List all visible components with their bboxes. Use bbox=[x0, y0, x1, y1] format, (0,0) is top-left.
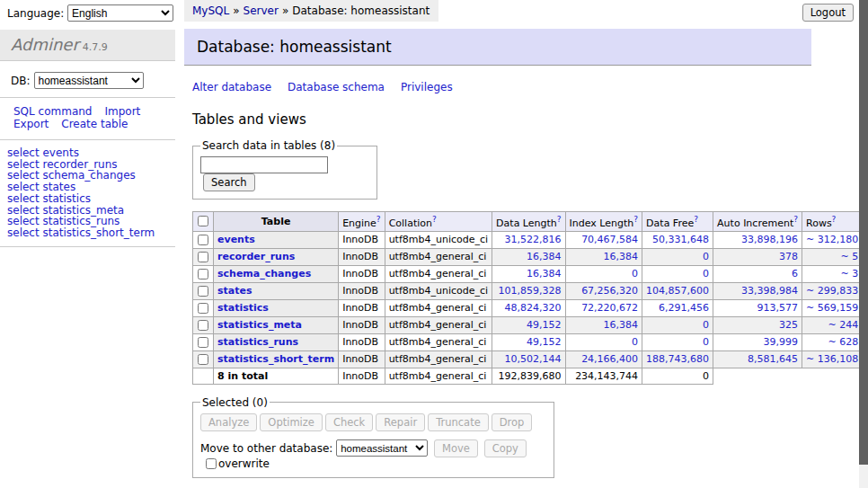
move-db-select[interactable]: homeassistant bbox=[336, 439, 428, 457]
sidebar-select-link[interactable]: select bbox=[7, 226, 40, 239]
table-rows-link[interactable]: ~ 569,159 bbox=[806, 302, 858, 314]
table-name-link[interactable]: events bbox=[217, 234, 255, 245]
search-input[interactable] bbox=[200, 156, 328, 173]
table-auto-increment-link[interactable]: 325 bbox=[779, 319, 798, 331]
table-rows-link[interactable]: ~ 244 bbox=[828, 319, 858, 331]
table-data-length-link[interactable]: 49,152 bbox=[527, 336, 562, 348]
table-data-free-link[interactable]: 50,331,648 bbox=[652, 234, 709, 245]
database-action-link[interactable]: Database schema bbox=[288, 81, 385, 93]
column-help-link[interactable]: ? bbox=[432, 215, 437, 224]
sidebar-menu-link[interactable]: Export bbox=[13, 118, 49, 130]
table-index-length-link[interactable]: 67,256,320 bbox=[581, 285, 638, 297]
column-help-link[interactable]: ? bbox=[694, 215, 698, 224]
table-data-length-link[interactable]: 49,152 bbox=[527, 319, 562, 331]
table-data-free-link[interactable]: 0 bbox=[703, 319, 709, 331]
table-rows-link[interactable]: ~ 299,833 bbox=[806, 285, 858, 297]
table-name-link[interactable]: statistics_short_term bbox=[217, 353, 334, 365]
table-index-length-link[interactable]: 0 bbox=[632, 336, 638, 348]
database-action-link[interactable]: Alter database bbox=[192, 81, 271, 93]
table-name-link[interactable]: statistics_runs bbox=[217, 336, 298, 348]
data-free-cell: 0 bbox=[642, 265, 713, 282]
table-index-length-link[interactable]: 72,220,672 bbox=[581, 302, 638, 314]
table-name-link[interactable]: recorder_runs bbox=[217, 251, 295, 262]
table-rows-link[interactable]: ~ 312,180 bbox=[806, 234, 858, 245]
drop-button[interactable]: Drop bbox=[492, 413, 533, 431]
column-header: Data Length? bbox=[492, 212, 565, 232]
auto-increment-cell: 325 bbox=[713, 316, 802, 333]
sidebar-menu-link[interactable]: Create table bbox=[61, 118, 128, 130]
table-index-length-link[interactable]: 24,166,400 bbox=[581, 353, 638, 365]
table-data-length-link[interactable]: 48,824,320 bbox=[505, 302, 562, 314]
row-checkbox[interactable] bbox=[198, 337, 208, 348]
sidebar-menu-link[interactable]: SQL command bbox=[13, 105, 92, 118]
table-rows-link[interactable]: ~ 3 bbox=[840, 268, 858, 279]
table-data-free-link[interactable]: 6,291,456 bbox=[659, 302, 709, 314]
check-button[interactable]: Check bbox=[325, 413, 373, 431]
analyze-button[interactable]: Analyze bbox=[200, 413, 257, 431]
table-data-length-link[interactable]: 16,384 bbox=[527, 251, 562, 262]
table-index-length-link[interactable]: 70,467,584 bbox=[581, 234, 638, 245]
row-checkbox[interactable] bbox=[198, 252, 208, 262]
table-data-free-link[interactable]: 104,857,600 bbox=[646, 285, 709, 297]
table-data-length-link[interactable]: 10,502,144 bbox=[505, 353, 562, 365]
breadcrumb-item[interactable]: MySQL bbox=[192, 4, 229, 17]
language-select[interactable]: English bbox=[67, 4, 173, 22]
table-name-link[interactable]: statistics_meta bbox=[217, 319, 302, 331]
db-select[interactable]: homeassistant bbox=[34, 72, 144, 89]
table-auto-increment-link[interactable]: 6 bbox=[792, 268, 798, 279]
sidebar-menu-link[interactable]: Import bbox=[104, 105, 140, 118]
move-button[interactable]: Move bbox=[434, 439, 478, 457]
table-name-link[interactable]: states bbox=[217, 285, 252, 297]
table-data-length-link[interactable]: 16,384 bbox=[527, 268, 562, 279]
scrollbar-thumb[interactable] bbox=[859, 0, 868, 465]
table-index-length-link[interactable]: 16,384 bbox=[604, 319, 639, 331]
copy-button[interactable]: Copy bbox=[484, 439, 527, 457]
table-data-free-link[interactable]: 0 bbox=[703, 251, 709, 262]
search-button[interactable]: Search bbox=[203, 173, 255, 191]
optimize-button[interactable]: Optimize bbox=[260, 413, 323, 431]
column-help-link[interactable]: ? bbox=[376, 215, 381, 224]
table-index-length-link[interactable]: 0 bbox=[632, 268, 638, 279]
engine-cell: InnoDB bbox=[339, 265, 385, 282]
truncate-button[interactable]: Truncate bbox=[428, 413, 489, 431]
table-name-link[interactable]: schema_changes bbox=[217, 268, 311, 279]
table-rows-link[interactable]: ~ 628 bbox=[828, 336, 858, 348]
row-checkbox[interactable] bbox=[198, 269, 208, 279]
row-checkbox[interactable] bbox=[198, 354, 208, 365]
total-label: 8 in total bbox=[214, 368, 339, 384]
table-data-free-link[interactable]: 0 bbox=[703, 336, 709, 348]
table-auto-increment-link[interactable]: 378 bbox=[779, 251, 798, 262]
app-name[interactable]: Adminer bbox=[11, 35, 79, 54]
row-checkbox[interactable] bbox=[198, 320, 208, 331]
column-help-link[interactable]: ? bbox=[557, 215, 562, 224]
database-action-link[interactable]: Privileges bbox=[401, 81, 453, 93]
repair-button[interactable]: Repair bbox=[376, 413, 425, 431]
table-rows-link[interactable]: ~ 136,108 bbox=[806, 353, 858, 365]
row-checkbox[interactable] bbox=[198, 286, 208, 297]
table-auto-increment-link[interactable]: 913,577 bbox=[757, 302, 799, 314]
collation-cell: utf8mb4_general_ci bbox=[385, 248, 492, 265]
column-help-link[interactable]: ? bbox=[633, 215, 638, 224]
table-data-free-link[interactable]: 188,743,680 bbox=[646, 353, 709, 365]
logout-button[interactable]: Logout bbox=[802, 4, 854, 22]
table-name-link[interactable]: statistics bbox=[217, 302, 269, 314]
breadcrumb-item[interactable]: Server bbox=[244, 4, 279, 17]
table-auto-increment-link[interactable]: 33,898,196 bbox=[741, 234, 798, 245]
table-auto-increment-link[interactable]: 39,999 bbox=[764, 336, 799, 348]
table-data-free-link[interactable]: 0 bbox=[703, 268, 709, 279]
table-data-length-link[interactable]: 101,859,328 bbox=[499, 285, 562, 297]
row-checkbox[interactable] bbox=[198, 303, 208, 314]
sidebar-table-link[interactable]: statistics_short_term bbox=[42, 226, 155, 239]
row-checkbox[interactable] bbox=[198, 235, 208, 245]
column-header-label: Auto Increment bbox=[717, 217, 793, 229]
column-help-link[interactable]: ? bbox=[832, 215, 837, 224]
vertical-scrollbar[interactable] bbox=[859, 0, 868, 488]
table-data-length-link[interactable]: 31,522,816 bbox=[505, 234, 562, 245]
table-rows-link[interactable]: ~ 5 bbox=[840, 251, 858, 262]
overwrite-checkbox[interactable] bbox=[206, 458, 217, 469]
table-auto-increment-link[interactable]: 33,398,984 bbox=[741, 285, 798, 297]
table-auto-increment-link[interactable]: 8,581,645 bbox=[748, 353, 798, 365]
table-index-length-link[interactable]: 16,384 bbox=[604, 251, 639, 262]
column-help-link[interactable]: ? bbox=[793, 215, 798, 224]
select-all-checkbox[interactable] bbox=[198, 216, 208, 226]
